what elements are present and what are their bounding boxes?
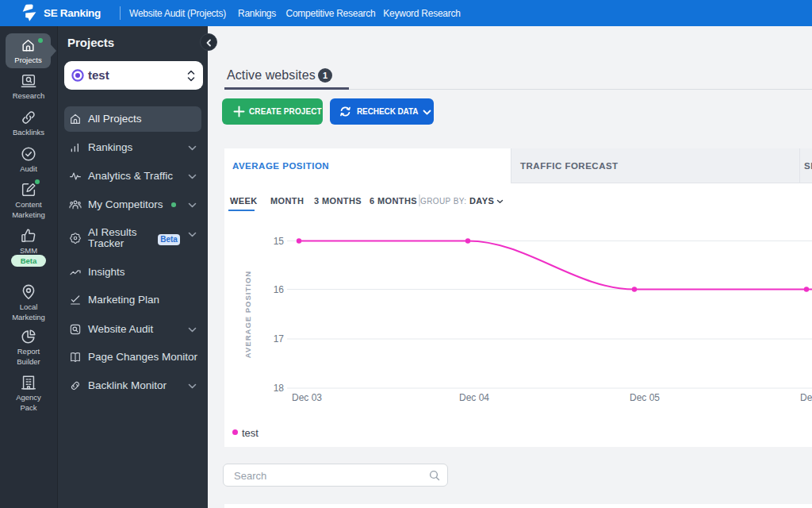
- svg-text:17: 17: [274, 333, 285, 344]
- svg-text:Dec 06: Dec 06: [800, 392, 812, 403]
- svg-text:Dec 05: Dec 05: [630, 392, 660, 403]
- svg-text:15: 15: [274, 236, 285, 247]
- svg-text:18: 18: [274, 383, 285, 394]
- svg-text:16: 16: [274, 284, 285, 295]
- svg-text:AVERAGE POSITION: AVERAGE POSITION: [243, 271, 252, 358]
- svg-text:Dec 04: Dec 04: [459, 392, 489, 403]
- svg-text:Dec 03: Dec 03: [292, 392, 322, 403]
